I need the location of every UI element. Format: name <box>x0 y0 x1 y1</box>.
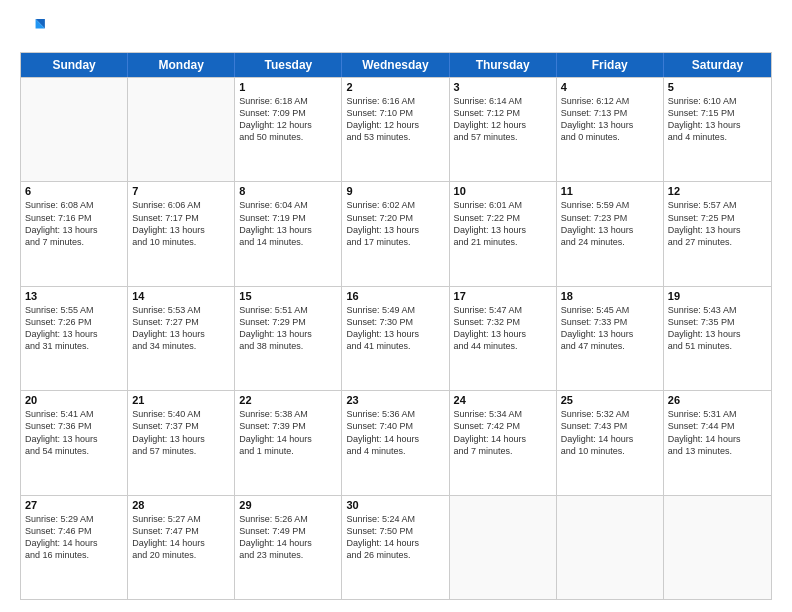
day-info: Sunrise: 6:06 AM Sunset: 7:17 PM Dayligh… <box>132 199 230 248</box>
cal-cell: 21Sunrise: 5:40 AM Sunset: 7:37 PM Dayli… <box>128 391 235 494</box>
cal-cell: 15Sunrise: 5:51 AM Sunset: 7:29 PM Dayli… <box>235 287 342 390</box>
cal-cell: 28Sunrise: 5:27 AM Sunset: 7:47 PM Dayli… <box>128 496 235 599</box>
day-info: Sunrise: 5:51 AM Sunset: 7:29 PM Dayligh… <box>239 304 337 353</box>
day-number: 27 <box>25 499 123 511</box>
day-number: 30 <box>346 499 444 511</box>
day-number: 6 <box>25 185 123 197</box>
cal-cell: 23Sunrise: 5:36 AM Sunset: 7:40 PM Dayli… <box>342 391 449 494</box>
day-number: 17 <box>454 290 552 302</box>
cal-cell: 7Sunrise: 6:06 AM Sunset: 7:17 PM Daylig… <box>128 182 235 285</box>
day-info: Sunrise: 5:41 AM Sunset: 7:36 PM Dayligh… <box>25 408 123 457</box>
cal-cell: 22Sunrise: 5:38 AM Sunset: 7:39 PM Dayli… <box>235 391 342 494</box>
day-info: Sunrise: 6:02 AM Sunset: 7:20 PM Dayligh… <box>346 199 444 248</box>
day-info: Sunrise: 5:36 AM Sunset: 7:40 PM Dayligh… <box>346 408 444 457</box>
day-number: 29 <box>239 499 337 511</box>
calendar: SundayMondayTuesdayWednesdayThursdayFrid… <box>20 52 772 600</box>
logo <box>20 16 52 44</box>
page: SundayMondayTuesdayWednesdayThursdayFrid… <box>0 0 792 612</box>
day-number: 10 <box>454 185 552 197</box>
day-info: Sunrise: 6:12 AM Sunset: 7:13 PM Dayligh… <box>561 95 659 144</box>
week-row-2: 6Sunrise: 6:08 AM Sunset: 7:16 PM Daylig… <box>21 181 771 285</box>
day-number: 20 <box>25 394 123 406</box>
day-info: Sunrise: 5:57 AM Sunset: 7:25 PM Dayligh… <box>668 199 767 248</box>
cal-cell: 20Sunrise: 5:41 AM Sunset: 7:36 PM Dayli… <box>21 391 128 494</box>
day-number: 26 <box>668 394 767 406</box>
cal-cell <box>21 78 128 181</box>
cal-cell <box>450 496 557 599</box>
logo-icon <box>20 16 48 44</box>
day-number: 7 <box>132 185 230 197</box>
week-row-4: 20Sunrise: 5:41 AM Sunset: 7:36 PM Dayli… <box>21 390 771 494</box>
day-info: Sunrise: 6:10 AM Sunset: 7:15 PM Dayligh… <box>668 95 767 144</box>
calendar-body: 1Sunrise: 6:18 AM Sunset: 7:09 PM Daylig… <box>21 77 771 599</box>
day-info: Sunrise: 6:14 AM Sunset: 7:12 PM Dayligh… <box>454 95 552 144</box>
day-info: Sunrise: 5:45 AM Sunset: 7:33 PM Dayligh… <box>561 304 659 353</box>
day-info: Sunrise: 5:38 AM Sunset: 7:39 PM Dayligh… <box>239 408 337 457</box>
header-day-friday: Friday <box>557 53 664 77</box>
calendar-header: SundayMondayTuesdayWednesdayThursdayFrid… <box>21 53 771 77</box>
cal-cell: 16Sunrise: 5:49 AM Sunset: 7:30 PM Dayli… <box>342 287 449 390</box>
day-info: Sunrise: 5:24 AM Sunset: 7:50 PM Dayligh… <box>346 513 444 562</box>
day-info: Sunrise: 5:40 AM Sunset: 7:37 PM Dayligh… <box>132 408 230 457</box>
day-info: Sunrise: 5:43 AM Sunset: 7:35 PM Dayligh… <box>668 304 767 353</box>
cal-cell: 18Sunrise: 5:45 AM Sunset: 7:33 PM Dayli… <box>557 287 664 390</box>
cal-cell: 4Sunrise: 6:12 AM Sunset: 7:13 PM Daylig… <box>557 78 664 181</box>
cal-cell: 24Sunrise: 5:34 AM Sunset: 7:42 PM Dayli… <box>450 391 557 494</box>
day-number: 1 <box>239 81 337 93</box>
day-number: 23 <box>346 394 444 406</box>
day-number: 11 <box>561 185 659 197</box>
header-day-saturday: Saturday <box>664 53 771 77</box>
day-info: Sunrise: 5:59 AM Sunset: 7:23 PM Dayligh… <box>561 199 659 248</box>
week-row-3: 13Sunrise: 5:55 AM Sunset: 7:26 PM Dayli… <box>21 286 771 390</box>
day-info: Sunrise: 5:26 AM Sunset: 7:49 PM Dayligh… <box>239 513 337 562</box>
day-info: Sunrise: 5:32 AM Sunset: 7:43 PM Dayligh… <box>561 408 659 457</box>
cal-cell: 2Sunrise: 6:16 AM Sunset: 7:10 PM Daylig… <box>342 78 449 181</box>
cal-cell <box>557 496 664 599</box>
day-info: Sunrise: 6:18 AM Sunset: 7:09 PM Dayligh… <box>239 95 337 144</box>
day-info: Sunrise: 5:47 AM Sunset: 7:32 PM Dayligh… <box>454 304 552 353</box>
cal-cell: 26Sunrise: 5:31 AM Sunset: 7:44 PM Dayli… <box>664 391 771 494</box>
cal-cell: 1Sunrise: 6:18 AM Sunset: 7:09 PM Daylig… <box>235 78 342 181</box>
header-day-wednesday: Wednesday <box>342 53 449 77</box>
cal-cell: 6Sunrise: 6:08 AM Sunset: 7:16 PM Daylig… <box>21 182 128 285</box>
cal-cell <box>664 496 771 599</box>
cal-cell: 8Sunrise: 6:04 AM Sunset: 7:19 PM Daylig… <box>235 182 342 285</box>
week-row-5: 27Sunrise: 5:29 AM Sunset: 7:46 PM Dayli… <box>21 495 771 599</box>
day-number: 16 <box>346 290 444 302</box>
day-number: 28 <box>132 499 230 511</box>
day-number: 19 <box>668 290 767 302</box>
cal-cell: 19Sunrise: 5:43 AM Sunset: 7:35 PM Dayli… <box>664 287 771 390</box>
day-number: 15 <box>239 290 337 302</box>
cal-cell: 14Sunrise: 5:53 AM Sunset: 7:27 PM Dayli… <box>128 287 235 390</box>
day-number: 14 <box>132 290 230 302</box>
day-number: 8 <box>239 185 337 197</box>
day-number: 5 <box>668 81 767 93</box>
day-number: 24 <box>454 394 552 406</box>
day-number: 2 <box>346 81 444 93</box>
header <box>20 16 772 44</box>
day-info: Sunrise: 5:53 AM Sunset: 7:27 PM Dayligh… <box>132 304 230 353</box>
day-info: Sunrise: 5:55 AM Sunset: 7:26 PM Dayligh… <box>25 304 123 353</box>
cal-cell: 11Sunrise: 5:59 AM Sunset: 7:23 PM Dayli… <box>557 182 664 285</box>
day-number: 18 <box>561 290 659 302</box>
day-number: 12 <box>668 185 767 197</box>
week-row-1: 1Sunrise: 6:18 AM Sunset: 7:09 PM Daylig… <box>21 77 771 181</box>
day-info: Sunrise: 5:31 AM Sunset: 7:44 PM Dayligh… <box>668 408 767 457</box>
cal-cell: 3Sunrise: 6:14 AM Sunset: 7:12 PM Daylig… <box>450 78 557 181</box>
day-info: Sunrise: 5:34 AM Sunset: 7:42 PM Dayligh… <box>454 408 552 457</box>
day-number: 21 <box>132 394 230 406</box>
cal-cell: 17Sunrise: 5:47 AM Sunset: 7:32 PM Dayli… <box>450 287 557 390</box>
day-info: Sunrise: 5:27 AM Sunset: 7:47 PM Dayligh… <box>132 513 230 562</box>
day-info: Sunrise: 6:16 AM Sunset: 7:10 PM Dayligh… <box>346 95 444 144</box>
cal-cell: 9Sunrise: 6:02 AM Sunset: 7:20 PM Daylig… <box>342 182 449 285</box>
cal-cell: 13Sunrise: 5:55 AM Sunset: 7:26 PM Dayli… <box>21 287 128 390</box>
day-info: Sunrise: 6:01 AM Sunset: 7:22 PM Dayligh… <box>454 199 552 248</box>
day-number: 9 <box>346 185 444 197</box>
cal-cell <box>128 78 235 181</box>
cal-cell: 30Sunrise: 5:24 AM Sunset: 7:50 PM Dayli… <box>342 496 449 599</box>
day-number: 22 <box>239 394 337 406</box>
cal-cell: 5Sunrise: 6:10 AM Sunset: 7:15 PM Daylig… <box>664 78 771 181</box>
day-info: Sunrise: 5:29 AM Sunset: 7:46 PM Dayligh… <box>25 513 123 562</box>
header-day-monday: Monday <box>128 53 235 77</box>
day-number: 13 <box>25 290 123 302</box>
